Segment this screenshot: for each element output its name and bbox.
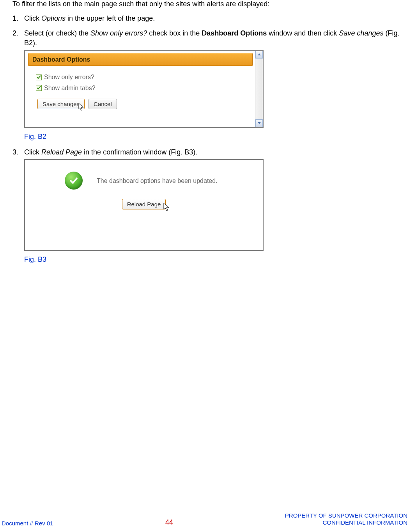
figure-b2: Dashboard Options Show only errors? — [24, 50, 264, 128]
step-2: Select (or check) the Show only errors? … — [12, 28, 407, 141]
vertical-scrollbar[interactable] — [255, 51, 263, 127]
checkbox-label: Show only errors? — [44, 73, 94, 82]
success-check-icon — [65, 172, 83, 190]
dashboard-options-header: Dashboard Options — [28, 53, 253, 66]
show-admin-tabs-row[interactable]: Show admin tabs? — [36, 84, 250, 92]
reload-page-button[interactable]: Reload Page — [122, 199, 166, 209]
scroll-up-button[interactable] — [255, 51, 263, 59]
page-number: 44 — [165, 518, 173, 527]
text: in the confirmation window (Fig. B3). — [82, 148, 197, 156]
checkbox-label: Show admin tabs? — [44, 84, 96, 92]
show-only-errors-ref: Show only errors? — [90, 29, 147, 37]
checkbox-checked-icon[interactable] — [36, 85, 42, 91]
text: in the upper left of the page. — [66, 14, 155, 22]
steps-list: Click Options in the upper left of the p… — [12, 14, 407, 264]
figure-b2-caption: Fig. B2 — [24, 132, 407, 141]
checkbox-checked-icon[interactable] — [36, 74, 42, 80]
figure-b3-caption: Fig. B3 — [24, 255, 407, 264]
text: window and then click — [267, 29, 339, 37]
show-only-errors-row[interactable]: Show only errors? — [36, 73, 250, 82]
doc-rev: Document # Rev 01 — [2, 520, 53, 527]
text: Click — [24, 14, 41, 22]
save-changes-button[interactable]: Save changes — [37, 99, 85, 109]
options-ref: Options — [41, 14, 66, 22]
footer-confidential: CONFIDENTIAL INFORMATION — [285, 519, 407, 527]
cancel-button[interactable]: Cancel — [89, 99, 117, 109]
dashboard-options-ref: Dashboard Options — [202, 29, 267, 37]
text: check box in the — [147, 29, 202, 37]
step-1: Click Options in the upper left of the p… — [12, 14, 407, 23]
chevron-down-icon — [258, 122, 261, 124]
text: Select (or check) the — [24, 29, 90, 37]
reload-page-ref: Reload Page — [41, 148, 82, 156]
figure-b3: The dashboard options have been updated.… — [24, 159, 264, 251]
intro-text: To filter the lists on the main page suc… — [12, 0, 407, 8]
footer-property: PROPERTY OF SUNPOWER CORPORATION — [285, 512, 407, 520]
chevron-up-icon — [258, 53, 261, 55]
confirmation-message: The dashboard options have been updated. — [97, 177, 218, 185]
text: Click — [24, 148, 41, 156]
page-footer: Document # Rev 01 44 PROPERTY OF SUNPOWE… — [0, 512, 409, 527]
save-changes-ref: Save changes — [339, 29, 383, 37]
scroll-down-button[interactable] — [255, 119, 263, 127]
step-3: Click Reload Page in the confirmation wi… — [12, 147, 407, 264]
